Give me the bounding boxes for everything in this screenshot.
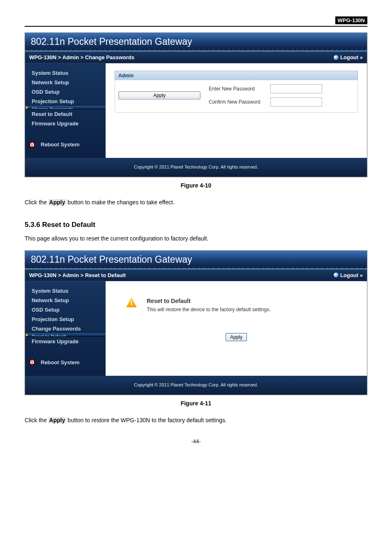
panel-header-admin: Admin xyxy=(115,71,358,80)
apply-button[interactable]: Apply xyxy=(118,91,201,99)
sidebar-item-system-status[interactable]: System Status xyxy=(25,286,106,296)
reboot-label: Reboot System xyxy=(41,141,80,148)
figure-caption-4-10: Figure 4-10 xyxy=(25,182,367,189)
globe-icon xyxy=(334,273,339,278)
reset-title: Reset to Default xyxy=(147,298,270,304)
page-number: -44- xyxy=(25,438,367,444)
copyright-footer: Copyright © 2011 Planet Technology Corp.… xyxy=(25,158,367,177)
sidebar-item-projection-setup[interactable]: Projection Setup xyxy=(25,97,106,106)
logout-label-2: Logout » xyxy=(340,272,363,278)
breadcrumb-bar: WPG-130N > Admin > Change Passwords Logo… xyxy=(25,51,367,63)
breadcrumb-2: WPG-130N > Admin > Reset to Default xyxy=(29,272,126,278)
section-heading-536: 5.3.6 Reset to Default xyxy=(25,221,367,229)
globe-icon xyxy=(334,55,339,60)
main-panel: Admin Enter New Password Apply Confirm N… xyxy=(106,63,367,158)
screenshot-fig-4-11: 802.11n Pocket Presentation Gateway WPG-… xyxy=(25,250,367,395)
apply-button-reset[interactable]: Apply xyxy=(226,333,247,341)
section-intro-536: This page allows you to reset the curren… xyxy=(25,234,367,244)
label-confirm-new-password: Confirm New Password xyxy=(209,99,262,105)
router-title: 802.11n Pocket Presentation Gateway xyxy=(25,33,367,51)
power-icon: ⏻ xyxy=(29,359,35,365)
sidebar-item-projection-setup[interactable]: Projection Setup xyxy=(25,314,106,324)
sidebar-item-osd-setup[interactable]: OSD Setup xyxy=(25,305,106,314)
sidebar-item-change-passwords[interactable]: Change Passwords xyxy=(25,324,106,333)
doc-instruction-2: Click the Apply button to restore the WP… xyxy=(25,416,367,426)
sidebar-item-firmware-upgrade[interactable]: Firmware Upgrade xyxy=(25,119,106,128)
input-confirm-new-password[interactable] xyxy=(270,97,322,106)
power-icon: ⏻ xyxy=(29,142,35,148)
logout-link-2[interactable]: Logout » xyxy=(334,272,363,278)
sidebar: System Status Network Setup OSD Setup Pr… xyxy=(25,63,106,158)
sidebar-item-reboot-2[interactable]: ⏻ Reboot System xyxy=(25,358,106,367)
sidebar-item-system-status[interactable]: System Status xyxy=(25,68,106,78)
sidebar-item-reboot[interactable]: ⏻ Reboot System xyxy=(25,140,106,149)
breadcrumb: WPG-130N > Admin > Change Passwords xyxy=(29,54,134,60)
sidebar-item-osd-setup[interactable]: OSD Setup xyxy=(25,87,106,97)
warning-icon xyxy=(126,298,137,308)
sidebar-item-network-setup[interactable]: Network Setup xyxy=(25,296,106,305)
sidebar-item-change-passwords-active[interactable]: Change Passwords xyxy=(25,106,106,109)
router-title-2: 802.11n Pocket Presentation Gateway xyxy=(25,251,367,269)
screenshot-fig-4-10: 802.11n Pocket Presentation Gateway WPG-… xyxy=(25,32,367,177)
copyright-footer-2: Copyright © 2011 Planet Technology Corp.… xyxy=(25,376,367,395)
doc-header: WPG-130N xyxy=(25,16,367,27)
logout-label: Logout » xyxy=(340,54,363,60)
main-panel-2: Reset to Default This will restore the d… xyxy=(106,281,367,376)
doc-instruction-1: Click the Apply button to make the chang… xyxy=(25,198,367,208)
model-tag: WPG-130N xyxy=(335,16,367,24)
logout-link[interactable]: Logout » xyxy=(334,54,363,60)
sidebar-2: System Status Network Setup OSD Setup Pr… xyxy=(25,281,106,376)
sidebar-item-reset-default[interactable]: Reset to Default xyxy=(25,109,106,119)
input-enter-new-password[interactable] xyxy=(270,84,322,93)
label-enter-new-password: Enter New Password xyxy=(209,86,262,92)
breadcrumb-bar-2: WPG-130N > Admin > Reset to Default Logo… xyxy=(25,269,367,281)
sidebar-item-firmware-upgrade[interactable]: Firmware Upgrade xyxy=(25,337,106,346)
reset-message: This will restore the device to the fact… xyxy=(147,307,270,312)
sidebar-item-network-setup[interactable]: Network Setup xyxy=(25,78,106,87)
sidebar-item-reset-default-active[interactable]: Reset to Default xyxy=(25,333,106,337)
reboot-label-2: Reboot System xyxy=(41,359,80,365)
figure-caption-4-11: Figure 4-11 xyxy=(25,400,367,407)
